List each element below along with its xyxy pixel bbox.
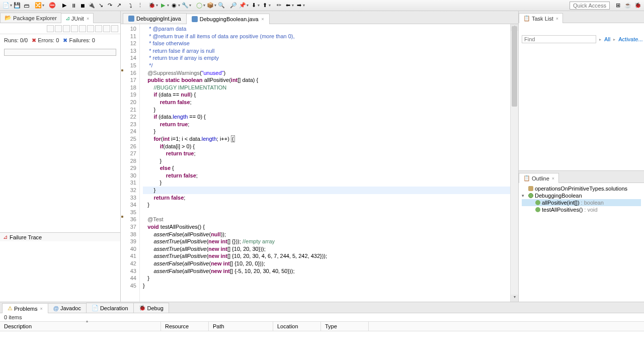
bottom-panel: ⚠Problems× @Javadoc 📄Declaration 🐞Debug … [0,302,644,362]
col-location[interactable]: Location [273,322,321,331]
failure-icon: ✖ [63,37,67,43]
caret-icon[interactable]: ▸ [613,37,615,42]
vertical-scrollbar[interactable]: ▴ ▾ [510,24,518,302]
line-gutter[interactable]: 1011121314151617181920212223242526272829… [121,24,140,302]
close-icon[interactable]: × [40,306,42,311]
drop-frame-icon[interactable]: ⤵ [127,2,135,10]
editor-tab-debuggingboolean[interactable]: DebuggingBoolean.java× [186,14,270,24]
tab-debug[interactable]: 🐞Debug [133,303,169,313]
col-type[interactable]: Type [321,322,369,331]
save-all-icon[interactable]: 🗃 [22,2,30,10]
sort-asc-icon: ▴ [86,319,88,323]
junit-icon: ⊿ [65,15,70,22]
main-toolbar: 📄▾ 💾 🗃 🔀▾ ⛔ ▶ ⏸ ⏹ 🔌 ↘ ↷ ↗ ⤵ ⋮ 🐞▾ ▶▾ ◉▾ 🔧… [0,0,644,11]
error-icon: ✖ [32,37,36,43]
find-input[interactable] [522,35,596,43]
run-icon[interactable]: ▶ [159,2,167,10]
annotation-icon[interactable]: 📌 [238,2,247,10]
col-description[interactable]: Description▴ [0,322,161,331]
junit-stats: Runs: 0/0 ✖ Errors: 0 ✖ Failures: 0 [0,34,120,47]
step-filter-icon[interactable]: ⋮ [136,2,144,10]
outline-item[interactable]: allPositive(int[]) : boolean [522,199,641,206]
code-editor[interactable]: * @param data * @return true if all item… [140,24,510,302]
scrollbar-thumb[interactable] [512,26,517,107]
skip-bp-icon[interactable]: ⛔ [48,2,56,10]
debug-perspective-icon[interactable]: 🐞 [634,2,642,10]
search-icon[interactable]: 🔎 [229,2,237,10]
menu-icon[interactable] [111,25,118,32]
fwd-icon[interactable]: ➡ [295,2,303,10]
open-type-icon[interactable]: 🔍 [217,2,225,10]
step-return-icon[interactable]: ↗ [115,2,123,10]
tab-task-list[interactable]: 📋Task List× [519,13,563,23]
junit-progress-bar [4,49,116,56]
step-into-icon[interactable]: ↘ [97,2,105,10]
terminate-icon[interactable]: ⏹ [78,2,87,10]
editor-tab-debuggingint[interactable]: DebuggingInt.java [123,13,187,24]
new-pkg-icon[interactable]: 📦 [206,2,214,10]
history-icon[interactable] [103,25,110,32]
editor-area: DebuggingInt.java DebuggingBoolean.java×… [121,11,518,302]
outline-view: 📋Outline× operationsOnPrimitiveTypes.sol… [519,171,644,302]
task-list-view: 📋Task List× ▸ All ▸ Activate... ? [519,11,644,171]
scroll-down-icon[interactable]: ▾ [511,295,518,302]
tab-declaration[interactable]: 📄Declaration [86,303,134,313]
close-icon[interactable]: × [552,176,554,181]
coverage-icon[interactable]: ◉ [170,2,178,10]
next-ann-icon[interactable]: ⬇ [250,2,258,10]
col-resource[interactable]: Resource [161,322,209,331]
problems-table[interactable]: Description▴ Resource Path Location Type [0,321,644,362]
col-path[interactable]: Path [209,322,273,331]
java-file-icon [128,16,134,22]
prev-fail-icon[interactable] [55,25,62,32]
task-icon: 📋 [523,15,530,22]
failure-trace-title: Failure Trace [10,234,42,240]
rerun-icon[interactable] [79,25,86,32]
close-icon[interactable]: × [87,16,89,21]
problems-icon: ⚠ [8,305,13,312]
debug-icon[interactable]: 🐞 [148,2,156,10]
left-panel: 📂Package Explorer ⊿JUnit× Runs: 0/0 ✖ Er… [0,11,121,302]
outline-item[interactable]: ▾DebuggingBoolean [522,192,641,199]
ext-tools-icon[interactable]: 🔧 [181,2,189,10]
back-icon[interactable]: ⬅ [284,2,292,10]
failure-trace-icon: ⊿ [3,234,8,240]
caret-icon[interactable]: ▸ [599,37,601,42]
quick-access[interactable]: Quick Access [570,2,610,10]
save-icon[interactable]: 💾 [13,2,21,10]
resume-icon[interactable]: ▶ [60,2,68,10]
close-icon[interactable]: × [262,17,264,22]
scroll-lock-icon[interactable] [71,25,78,32]
close-icon[interactable]: × [556,16,558,21]
outline-item[interactable]: operationsOnPrimitiveTypes.solutions [522,185,641,192]
outline-item[interactable]: testAllPositives() : void [522,206,641,213]
disconnect-icon[interactable]: 🔌 [88,2,96,10]
tab-problems[interactable]: ⚠Problems× [2,303,48,313]
tab-junit[interactable]: ⊿JUnit× [61,13,94,23]
tab-outline[interactable]: 📋Outline× [519,173,559,183]
all-link[interactable]: All [604,36,610,42]
items-count: 0 items [0,313,644,321]
new-icon[interactable]: 📄 [2,2,10,10]
stop-icon[interactable] [95,25,102,32]
java-perspective-icon[interactable]: ☕ [624,2,632,10]
debug-icon: 🐞 [139,305,146,311]
package-icon: 📂 [5,15,12,21]
rerun-fail-icon[interactable] [87,25,94,32]
failure-trace-panel: ⊿ Failure Trace [0,232,120,302]
next-fail-icon[interactable] [47,25,54,32]
step-over-icon[interactable]: ↷ [106,2,114,10]
suspend-icon[interactable]: ⏸ [69,2,77,10]
open-perspective-icon[interactable]: ⊞ [614,2,622,10]
switch-icon[interactable]: 🔀 [34,2,42,10]
last-edit-icon[interactable]: ✏ [275,2,283,10]
java-file-icon [192,16,198,22]
show-fail-icon[interactable] [63,25,70,32]
tab-javadoc[interactable]: @Javadoc [48,303,87,313]
prev-ann-icon[interactable]: ⬆ [261,2,269,10]
activate-link[interactable]: Activate... [618,36,642,42]
tab-package-explorer[interactable]: 📂Package Explorer [0,13,61,23]
new-class-icon[interactable]: ◯ [195,2,203,10]
declaration-icon: 📄 [92,305,99,311]
right-panel: 📋Task List× ▸ All ▸ Activate... ? [518,11,644,302]
